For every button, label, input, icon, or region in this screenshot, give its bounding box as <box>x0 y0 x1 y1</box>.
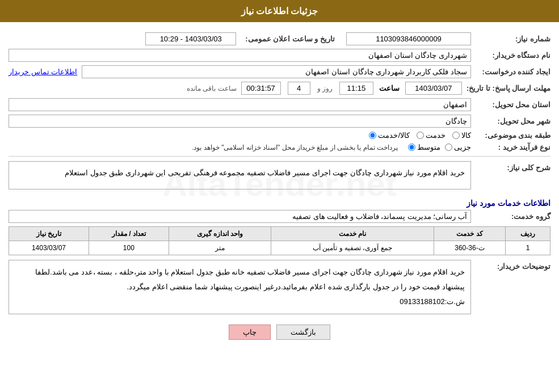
deadline-days: 4 <box>288 82 310 95</box>
print-button[interactable]: چاپ <box>229 324 271 340</box>
process-motavasset-label: متوسط <box>417 143 440 151</box>
process-option-motavasset[interactable]: متوسط <box>408 143 440 151</box>
category-radio-group: کالا خدمت کالا/خدمت <box>369 131 471 140</box>
process-note: پرداخت تمام یا بخشی از مبلغ خریداز محل "… <box>192 144 398 151</box>
services-table: ردیف کد خدمت نام خدمت واحد اندازه گیری ت… <box>9 226 550 255</box>
need-number-label: شماره نیاز: <box>471 35 550 43</box>
category-khedmat-radio[interactable] <box>417 132 424 139</box>
deadline-days-label: روز و <box>317 85 333 92</box>
cell-row-0: 1 <box>506 241 550 255</box>
deadline-time: 11:15 <box>339 82 373 95</box>
category-kala-khedmat-radio[interactable] <box>369 132 376 139</box>
buyer-name-label: نام دستگاه خریدار: <box>471 51 550 60</box>
need-number-value: 1103093846000009 <box>346 32 471 45</box>
buyer-notes-label: توضیحات خریدار: <box>471 260 550 271</box>
col-header-quantity: تعداد / مقدار <box>89 227 169 241</box>
category-kala-khedmat-label: کالا/خدمت <box>378 131 410 140</box>
col-header-row: ردیف <box>506 227 550 241</box>
cell-code-0: ت-36-360 <box>434 241 506 255</box>
cell-name-0: جمع آوری، تصفیه و تأمین آب <box>271 241 434 255</box>
category-kala-label: کالا <box>461 131 471 140</box>
deadline-label: مهلت ارسال پاسخ: تا تاریخ: <box>462 84 550 92</box>
cell-quantity-0: 100 <box>89 241 169 255</box>
col-header-unit: واحد اندازه گیری <box>169 227 271 241</box>
buyer-name-value: شهرداری چادگان استان اصفهان <box>9 49 471 62</box>
creator-label: ایجاد کننده درخواست: <box>471 68 550 76</box>
process-jozi-label: جزیی <box>454 143 471 151</box>
deadline-date: 1403/03/07 <box>405 82 462 95</box>
creator-value: سجاد فلکی کاربردار شهرداری چادگان استان … <box>82 65 471 78</box>
buyer-notes: خرید اقلام مورد نیاز شهرداری چادگان جهت … <box>9 260 471 314</box>
announce-date-label: تاریخ و ساعت اعلان عمومی: <box>241 35 335 43</box>
process-motavasset-radio[interactable] <box>408 144 415 151</box>
need-description-label: شرح کلی نیاز: <box>471 161 550 172</box>
category-khedmat-label: خدمت <box>426 131 445 140</box>
page-header: جزئیات اطلاعات نیاز <box>0 0 559 22</box>
city-value: چادگان <box>9 115 471 128</box>
service-group-label: گروه خدمت: <box>471 212 550 221</box>
province-value: اصفهان <box>9 98 471 111</box>
col-header-date: تاریخ نیاز <box>9 227 89 241</box>
back-button[interactable]: بازگشت <box>276 324 330 340</box>
province-label: استان محل تحویل: <box>471 100 550 109</box>
creator-contact-link[interactable]: اطلاعات تماس خریدار <box>9 68 77 76</box>
category-option-kala[interactable]: کالا <box>452 131 471 140</box>
category-option-khedmat[interactable]: خدمت <box>417 131 445 140</box>
need-description: خرید اقلام مورد نیاز شهرداری چادگان جهت … <box>9 161 471 189</box>
cell-unit-0: متر <box>169 241 271 255</box>
announce-date-value: 1403/03/03 - 10:29 <box>145 32 236 45</box>
process-option-jozi[interactable]: جزیی <box>445 143 471 151</box>
process-jozi-radio[interactable] <box>445 144 452 151</box>
deadline-time-label: ساعت <box>379 84 400 92</box>
table-row: 1 ت-36-360 جمع آوری، تصفیه و تأمین آب مت… <box>9 241 550 255</box>
cell-date-0: 1403/03/07 <box>9 241 89 255</box>
process-label: نوع فرآیند خرید : <box>471 143 550 151</box>
action-buttons: بازگشت چاپ <box>9 324 550 340</box>
col-header-name: نام خدمت <box>271 227 434 241</box>
service-group-value: آب رسانی؛ مدیریت پسماند، فاضلاب و فعالیت… <box>9 210 471 223</box>
category-label: طبقه بندی موضوعی: <box>471 131 550 140</box>
remaining-label: ساعت باقی مانده <box>187 85 237 92</box>
header-title: جزئیات اطلاعات نیاز <box>241 6 318 16</box>
category-option-kala-khedmat[interactable]: کالا/خدمت <box>369 131 410 140</box>
category-kala-radio[interactable] <box>452 132 460 139</box>
remaining-time: 00:31:57 <box>241 82 281 95</box>
services-section-title: اطلاعات خدمات مورد نیاز <box>9 199 550 208</box>
col-header-code: کد خدمت <box>434 227 506 241</box>
city-label: شهر محل تحویل: <box>471 117 550 125</box>
